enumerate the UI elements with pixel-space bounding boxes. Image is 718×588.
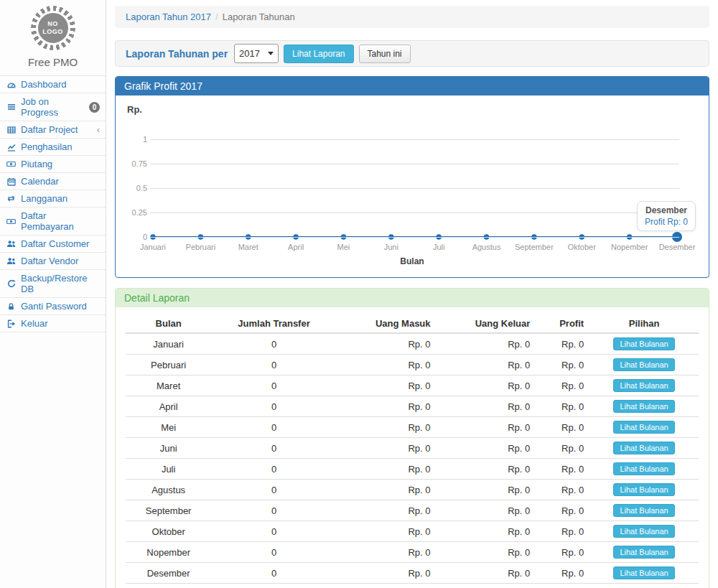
- sidebar-item-label: Daftar Vendor: [21, 256, 78, 266]
- x-tick-label: Nopember: [611, 243, 648, 251]
- table-row: April0Rp. 0Rp. 0Rp. 0Lihat Bulanan: [126, 396, 699, 417]
- sidebar-item-label: Dashboard: [21, 79, 67, 90]
- sidebar-item-backup-restore-db[interactable]: Backup/Restore DB: [0, 270, 106, 298]
- sidebar-item-dashboard[interactable]: Dashboard: [0, 76, 106, 93]
- y-tick-label: 0.25: [126, 208, 147, 217]
- lihat-laporan-button[interactable]: Lihat Laporan: [284, 45, 353, 63]
- table-row: September0Rp. 0Rp. 0Rp. 0Lihat Bulanan: [126, 500, 699, 521]
- table-row: Agustus0Rp. 0Rp. 0Rp. 0Lihat Bulanan: [126, 480, 699, 500]
- sidebar-item-ganti-password[interactable]: Ganti Password: [0, 298, 106, 315]
- gridline: [150, 164, 679, 164]
- x-tick-label: Juni: [384, 243, 398, 251]
- refresh-icon: [6, 279, 17, 288]
- users-icon: [6, 257, 17, 265]
- tahun-ini-button[interactable]: Tahun ini: [359, 45, 411, 63]
- lihat-bulanan-button[interactable]: Lihat Bulanan: [613, 566, 674, 579]
- sidebar-item-keluar[interactable]: Keluar: [0, 315, 106, 332]
- tasks-icon: [6, 103, 17, 111]
- sidebar-item-label: Keluar: [21, 318, 48, 329]
- sidebar-item-piutang[interactable]: Piutang: [0, 156, 106, 173]
- report-table-body: Januari0Rp. 0Rp. 0Rp. 0Lihat BulananPebr…: [126, 333, 699, 588]
- table-row: Oktober0Rp. 0Rp. 0Rp. 0Lihat Bulanan: [126, 521, 699, 542]
- sidebar-menu: DashboardJob on Progress0Daftar Project‹…: [0, 75, 106, 332]
- table-row: Juni0Rp. 0Rp. 0Rp. 0Lihat Bulanan: [126, 438, 699, 459]
- chart-panel-title: Grafik Profit 2017: [116, 77, 709, 95]
- table-row: Nopember0Rp. 0Rp. 0Rp. 0Lihat Bulanan: [126, 542, 699, 563]
- lihat-bulanan-button[interactable]: Lihat Bulanan: [613, 400, 674, 413]
- filter-bar: Laporan Tahunan per 2017 Lihat Laporan T…: [115, 40, 709, 67]
- sidebar-item-label: Langganan: [21, 193, 67, 204]
- sidebar-item-daftar-pembayaran[interactable]: Daftar Pembayaran: [0, 207, 106, 235]
- sidebar-item-job-on-progress[interactable]: Job on Progress0: [0, 93, 106, 121]
- lihat-bulanan-button[interactable]: Lihat Bulanan: [613, 546, 674, 559]
- sidebar-item-label: Daftar Customer: [21, 238, 89, 249]
- gridline: [150, 188, 679, 189]
- y-tick-label: 0: [126, 233, 147, 241]
- y-axis-title: Rp.: [127, 104, 699, 115]
- gridline: [150, 237, 679, 238]
- main-content: Laporan Tahun 2017/Laporan Tahunan Lapor…: [106, 0, 718, 588]
- sidebar-item-daftar-vendor[interactable]: Daftar Vendor: [0, 253, 106, 270]
- lihat-bulanan-button[interactable]: Lihat Bulanan: [613, 483, 674, 496]
- chart-panel: Grafik Profit 2017 Rp. Bulan Desember Pr…: [115, 76, 709, 278]
- tooltip-value: Profit Rp: 0: [645, 217, 688, 227]
- x-tick-label: Agustus: [472, 243, 501, 251]
- sidebar: NO LOGO Free PMO DashboardJob on Progres…: [0, 0, 106, 588]
- sidebar-item-label: Calendar: [21, 176, 59, 187]
- table-row: Desember0Rp. 0Rp. 0Rp. 0Lihat Bulanan: [126, 563, 699, 584]
- table-row: Juli0Rp. 0Rp. 0Rp. 0Lihat Bulanan: [126, 459, 699, 480]
- gridline: [150, 213, 679, 213]
- lihat-bulanan-button[interactable]: Lihat Bulanan: [613, 421, 674, 434]
- breadcrumb-current: Laporan Tahunan: [223, 11, 295, 22]
- lihat-bulanan-button[interactable]: Lihat Bulanan: [613, 358, 674, 371]
- profit-chart[interactable]: Bulan Desember Profit Rp: 0 00.250.50.75…: [126, 118, 699, 271]
- x-tick-label: Maret: [238, 243, 258, 251]
- sidebar-item-daftar-customer[interactable]: Daftar Customer: [0, 235, 106, 253]
- x-tick-label: Oktober: [568, 243, 596, 251]
- column-header-uang-keluar: Uang Keluar: [437, 314, 536, 333]
- sign-out-icon: [6, 319, 17, 328]
- column-header-jumlah-transfer: Jumlah Transfer: [211, 314, 337, 333]
- year-select[interactable]: 2017: [234, 44, 279, 63]
- sidebar-item-calendar[interactable]: Calendar: [0, 173, 106, 190]
- column-header-uang-masuk: Uang Masuk: [337, 314, 437, 333]
- y-tick-label: 0.75: [126, 159, 147, 168]
- sidebar-item-langganan[interactable]: Langganan: [0, 190, 106, 207]
- sidebar-item-label: Piutang: [21, 159, 52, 169]
- lihat-bulanan-button[interactable]: Lihat Bulanan: [613, 379, 674, 392]
- x-tick-label: Mei: [337, 243, 350, 251]
- table-icon: [6, 126, 17, 134]
- sidebar-item-label: Daftar Pembayaran: [21, 210, 100, 232]
- lihat-bulanan-button[interactable]: Lihat Bulanan: [613, 337, 674, 350]
- sidebar-item-label: Backup/Restore DB: [21, 273, 100, 294]
- table-row: Mei0Rp. 0Rp. 0Rp. 0Lihat Bulanan: [126, 417, 699, 438]
- users-icon: [6, 240, 17, 248]
- dashboard-icon: [6, 80, 17, 89]
- app-name: Free PMO: [0, 56, 106, 68]
- report-table-head: BulanJumlah TransferUang MasukUang Kelua…: [126, 314, 699, 333]
- calendar-icon: [6, 177, 17, 186]
- lock-icon: [6, 302, 17, 311]
- logo-text-line2: LOGO: [42, 28, 63, 36]
- lihat-bulanan-button[interactable]: Lihat Bulanan: [613, 525, 674, 538]
- job-count-badge: 0: [89, 102, 100, 113]
- chart-tooltip: Desember Profit Rp: 0: [637, 201, 696, 231]
- lihat-bulanan-button[interactable]: Lihat Bulanan: [613, 504, 674, 517]
- gridline: [150, 139, 679, 140]
- detail-panel-title: Detail Laporan: [116, 289, 709, 307]
- x-tick-label: September: [515, 243, 554, 251]
- total-row: Total0Rp. 0Rp. 0Rp. 0: [126, 584, 699, 588]
- sidebar-item-daftar-project[interactable]: Daftar Project‹: [0, 121, 106, 139]
- caret-down-icon: [268, 52, 274, 55]
- lihat-bulanan-button[interactable]: Lihat Bulanan: [613, 462, 674, 475]
- sidebar-item-penghasilan[interactable]: Penghasilan: [0, 139, 106, 156]
- column-header-pilihan: Pilihan: [589, 314, 699, 333]
- x-tick-label: Pebruari: [186, 243, 216, 251]
- chevron-left-icon: ‹: [97, 125, 100, 134]
- money-icon: [6, 160, 17, 168]
- money-icon: [6, 218, 17, 225]
- lihat-bulanan-button[interactable]: Lihat Bulanan: [613, 442, 674, 454]
- table-row: Pebruari0Rp. 0Rp. 0Rp. 0Lihat Bulanan: [126, 355, 699, 375]
- sidebar-item-label: Penghasilan: [21, 141, 73, 152]
- breadcrumb-link[interactable]: Laporan Tahun 2017: [126, 11, 211, 22]
